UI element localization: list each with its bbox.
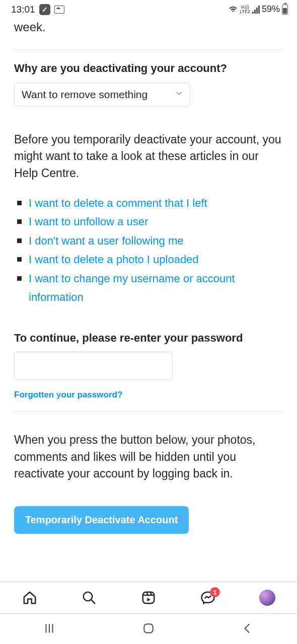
- bullet-icon: [17, 219, 22, 224]
- help-links-list: I want to delete a comment that I left I…: [14, 194, 283, 306]
- battery-percent: 59%: [262, 4, 280, 15]
- svg-rect-6: [144, 624, 153, 632]
- search-icon: [82, 590, 97, 605]
- bullet-icon: [17, 276, 22, 281]
- back-button[interactable]: [241, 622, 254, 636]
- reason-dropdown[interactable]: Want to remove something: [14, 83, 190, 106]
- signal-icon: [252, 6, 260, 14]
- password-label: To continue, please re-enter your passwo…: [14, 332, 283, 345]
- final-warning-text: When you press the button below, your ph…: [14, 432, 283, 482]
- bullet-icon: [17, 201, 22, 205]
- bullet-icon: [17, 238, 22, 243]
- help-link-block-follower[interactable]: I don't want a user following me: [29, 231, 183, 250]
- status-image-icon: [54, 6, 64, 14]
- forgot-password-link[interactable]: Forgotten your password?: [14, 390, 283, 400]
- list-item: I want to delete a comment that I left: [14, 194, 283, 212]
- deactivate-button[interactable]: Temporarily Deactivate Account: [14, 506, 189, 534]
- recent-icon: [43, 622, 56, 635]
- help-intro: Before you temporarily deactivate your a…: [14, 131, 283, 182]
- help-link-delete-photo[interactable]: I want to delete a photo I uploaded: [29, 250, 199, 269]
- system-nav: [0, 614, 297, 644]
- divider: [14, 49, 283, 50]
- help-link-delete-comment[interactable]: I want to delete a comment that I left: [29, 194, 207, 212]
- password-input[interactable]: [14, 352, 173, 380]
- divider: [14, 411, 283, 412]
- reason-selected: Want to remove something: [22, 89, 147, 101]
- help-link-change-username[interactable]: I want to change my username or account …: [29, 269, 283, 307]
- list-item: I don't want a user following me: [14, 231, 283, 250]
- search-button[interactable]: [74, 590, 104, 605]
- reels-button[interactable]: [133, 590, 164, 605]
- list-item: I want to unfollow a user: [14, 212, 283, 231]
- chevron-down-icon: [176, 90, 183, 99]
- app-bottom-nav: 1: [0, 582, 297, 614]
- status-app-icon: ✓: [39, 4, 50, 15]
- status-bar: 13:01 ✓ Vo)) LTE2 59%: [0, 0, 297, 16]
- help-link-unfollow[interactable]: I want to unfollow a user: [29, 212, 148, 231]
- list-item: I want to change my username or account …: [14, 269, 283, 307]
- status-time: 13:01: [11, 4, 35, 15]
- recent-apps-button[interactable]: [43, 622, 56, 636]
- home-system-button[interactable]: [142, 622, 155, 636]
- network-label: Vo)) LTE2: [240, 5, 250, 14]
- avatar: [259, 590, 275, 606]
- wifi-icon: [229, 6, 238, 13]
- bullet-icon: [17, 257, 22, 262]
- back-icon: [241, 622, 254, 635]
- messages-button[interactable]: 1: [193, 590, 223, 605]
- list-item: I want to delete a photo I uploaded: [14, 250, 283, 269]
- profile-button[interactable]: [252, 590, 282, 606]
- home-icon: [22, 590, 37, 605]
- truncated-prev-text: week.: [14, 20, 283, 34]
- battery-icon: [282, 5, 288, 15]
- reason-title: Why are you deactivating your account?: [14, 62, 283, 75]
- svg-line-1: [91, 600, 95, 604]
- svg-rect-2: [143, 592, 155, 604]
- reels-icon: [141, 590, 156, 605]
- home-system-icon: [142, 622, 155, 635]
- messages-badge: 1: [210, 587, 220, 597]
- home-button[interactable]: [15, 590, 45, 605]
